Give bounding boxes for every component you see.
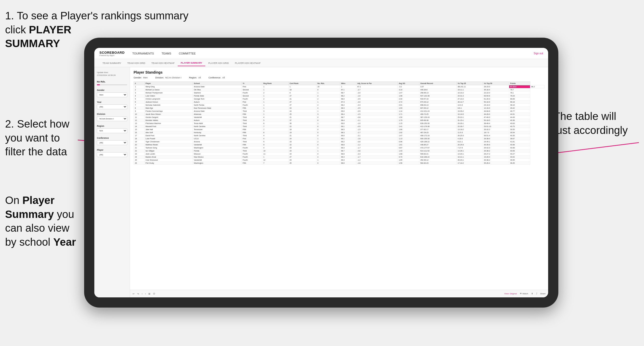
table-cell: 68.2 <box>340 104 356 107</box>
year-select[interactable]: (All) <box>97 104 127 109</box>
table-area: Player Standings Gender: Men Division: N… <box>130 67 548 290</box>
share-icon[interactable]: ⤴ <box>536 293 537 295</box>
table-cell: 1.50 <box>398 116 419 119</box>
table-row[interactable]: 1Wenyi DingArizona StateFirst1115167.1-3… <box>134 85 545 88</box>
table-row[interactable]: 7Nicholas GabrelcikNorth FloridaFourth12… <box>134 104 545 107</box>
sub-nav-team-summary[interactable]: TEAM SUMMARY <box>99 60 124 66</box>
table-cell: Michael Thorbjornsen <box>144 91 193 94</box>
col-wins: Wins <box>340 82 356 85</box>
table-cell: Maxwell Ford <box>144 125 193 128</box>
table-cell: Kentucky <box>193 131 241 134</box>
nav-tournaments[interactable]: TOURNAMENTS <box>132 51 154 56</box>
table-row[interactable]: 25Cole SherwoodVanderbiltFourth1223169.3… <box>134 159 545 162</box>
table-row[interactable]: 12Brendan ValdesAuburnThird537068.4-1.11… <box>134 119 545 122</box>
table-cell: 1 <box>316 101 340 104</box>
table-cell: 24 <box>288 149 316 153</box>
table-cell: 13 <box>134 122 145 125</box>
filter-region-label: Region: <box>189 76 197 79</box>
table-cell: Vanderbilt <box>193 159 241 162</box>
timer-btn[interactable]: ⏱ <box>153 293 155 295</box>
table-cell: 26-27-2 <box>483 153 509 156</box>
player-select[interactable]: (All) <box>97 152 127 157</box>
redo-btn[interactable]: ↪ <box>137 293 139 295</box>
nav-committee[interactable]: COMMITTEE <box>179 51 196 56</box>
table-cell: 1 <box>316 159 340 162</box>
table-row[interactable]: 18Luke PowellUCLAFirst424169.1-1.81.1350… <box>134 137 545 140</box>
table-cell: New Mexico <box>193 156 241 159</box>
gender-select[interactable]: Men <box>97 92 127 97</box>
table-row[interactable]: 9Preston SummerhaysArizona StateThird324… <box>134 110 545 113</box>
table-row[interactable]: 21Taehoon SongWashingtonFourth423169.3-1… <box>134 146 545 149</box>
table-cell: 15 <box>134 128 145 131</box>
table-row[interactable]: 16Alex GoffKentuckyFifth819068.3-1.71.92… <box>134 131 545 134</box>
view-original-btn[interactable]: View: Original <box>504 293 517 295</box>
sub-nav-team-h2h-grid[interactable]: TEAM H2H GRID <box>124 60 148 66</box>
table-row[interactable]: 14Maxwell FordNorth CarolinaThird722069.… <box>134 125 545 128</box>
table-cell: 2 <box>262 91 289 94</box>
table-row[interactable]: 13Phichaksn MaichonTexas A&MThird630169.… <box>134 122 545 125</box>
nav-teams[interactable]: TEAMS <box>162 51 171 56</box>
table-row[interactable]: 26Petr HrubyWashingtonFifth725068.6-1.81… <box>134 162 545 165</box>
table-cell: 29-38-2 <box>483 149 509 153</box>
sub-nav-player-summary[interactable]: PLAYER SUMMARY <box>178 60 205 66</box>
update-label: Update time: <box>97 71 108 74</box>
table-row[interactable]: 23Jack LundinMissouriFourth1124068.6-2.3… <box>134 153 545 156</box>
table-cell: 1.79 <box>398 119 419 122</box>
table-cell: 20-25-9 <box>456 143 483 146</box>
table-row[interactable]: 11Gordon SargentVanderbiltThird421068.7-… <box>134 116 545 119</box>
table-cell: 68.7 <box>340 91 356 94</box>
conference-select[interactable]: (All) <box>97 140 127 145</box>
table-cell: 15 <box>316 85 340 88</box>
table-cell: Third <box>241 119 262 122</box>
table-row[interactable]: 3Michael ThorbjornsenStanfordFourth28168… <box>134 91 545 94</box>
table-cell: -1.7 <box>356 146 398 149</box>
watch-btn[interactable]: 👁 Watch <box>520 293 528 295</box>
col-no-rds: No. Rds. <box>316 82 340 85</box>
table-row[interactable]: 24Bastien AmatNew MexicoFourth127269.4-1… <box>134 156 545 159</box>
back-btn[interactable]: ‹ <box>142 293 143 295</box>
division-select[interactable]: NCAA Division I <box>97 116 127 121</box>
table-row[interactable]: 2Michael La SassoOle MissSecond118067.1-… <box>134 88 545 91</box>
bottom-bar: ↩ ↪ ‹ › ⊞ ⏱ View: Original 👁 Watch ⬇ ⤴ S… <box>130 290 548 297</box>
table-row[interactable]: 17David FordNorth CarolinaThird421069.0-… <box>134 134 545 137</box>
download-btn[interactable]: ⬇ <box>531 293 533 295</box>
table-cell: Mats Ege <box>144 107 193 110</box>
table-cell: -3.2 <box>398 85 419 88</box>
table-cell: 33-38-2 <box>483 159 509 162</box>
table-cell: 412-221-24 <box>419 110 456 113</box>
no-rds-slider[interactable] <box>97 84 127 85</box>
table-cell: 514-111-52 <box>419 149 456 153</box>
table-cell: 40.35 <box>509 134 530 137</box>
undo-btn[interactable]: ↩ <box>133 293 135 295</box>
table-cell: 68.4 <box>340 113 356 116</box>
table-cell: Brendan Valdes <box>144 119 193 122</box>
table-cell: 10 <box>134 113 145 116</box>
table-row[interactable]: 6Jackson KoivunAuburnFirst127167.3-2.02.… <box>134 101 545 104</box>
sub-nav-team-h2h-heatmap[interactable]: TEAM H2H HEATMAP <box>148 60 178 66</box>
table-row[interactable]: 8Mats EgeEast Tennessee StateFifth124268… <box>134 107 545 110</box>
table-cell: Fourth <box>241 98 262 101</box>
sub-nav-player-h2h-heatmap[interactable]: PLAYER H2H HEATMAP <box>232 60 264 66</box>
table-row[interactable]: 5Christo LamprechtGeorgia TechFourth2212… <box>134 98 545 101</box>
table-cell: Jackson Koivun <box>144 101 193 104</box>
sign-out-link[interactable]: Sign out <box>534 52 543 55</box>
table-cell: 406-172-16 <box>419 134 456 137</box>
table-row[interactable]: 4Luke ClatonFlorida StateSecond127268.2-… <box>134 94 545 98</box>
forward-btn[interactable]: › <box>145 293 146 295</box>
app-logo: SCOREBOARD Powered by clipp'd <box>99 51 125 56</box>
share-btn[interactable]: Share <box>540 293 546 295</box>
table-cell: -0.5 <box>356 110 398 113</box>
copy-btn[interactable]: ⊞ <box>148 293 150 295</box>
region-select[interactable]: N/A <box>97 128 127 133</box>
table-row[interactable]: 19Tiger ChristensenArizonaThird523269.2-… <box>134 140 545 143</box>
table-cell: 7-17-5 <box>456 146 483 149</box>
table-cell: 1 <box>316 146 340 149</box>
table-cell: 1 <box>262 156 289 159</box>
table-row[interactable]: 20Matthew RiedelVanderbiltFifth922068.8-… <box>134 143 545 146</box>
table-cell: Fifth <box>241 143 262 146</box>
table-row[interactable]: 15Jake HallTennesseeFifth718068.5-1.51.6… <box>134 128 545 131</box>
table-row[interactable]: 22Ian GilliganFloridaThird1024168.7-0.81… <box>134 149 545 153</box>
table-cell: 1.66 <box>398 128 419 131</box>
sub-nav-player-h2h-grid[interactable]: PLAYER H2H GRID <box>205 60 232 66</box>
table-row[interactable]: 10Jacob Skov OlesenArkansasFifth125368.4… <box>134 113 545 116</box>
